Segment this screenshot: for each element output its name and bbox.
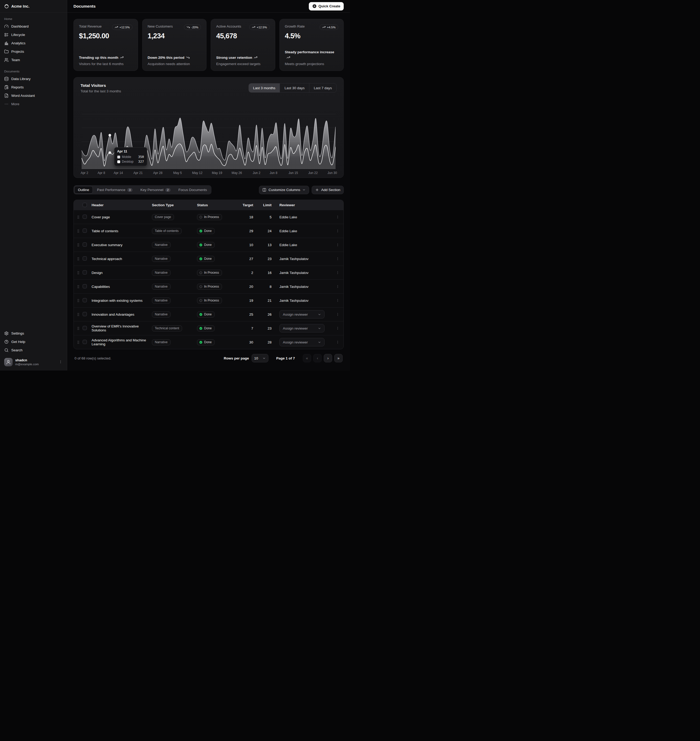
tab-past-performance[interactable]: Past Performance3 (93, 186, 136, 194)
table-row[interactable]: Overview of EMR's Innovative SolutionsTe… (74, 321, 343, 335)
drag-handle[interactable] (74, 215, 82, 219)
limit-cell[interactable]: 8 (254, 285, 273, 289)
row-header-cell[interactable]: Integration with existing systems (91, 298, 152, 303)
tab-focus-documents[interactable]: Focus Documents (175, 186, 211, 194)
quick-create-button[interactable]: Quick Create (309, 2, 344, 10)
table-row[interactable]: Executive summaryNarrativeDone1013Eddie … (74, 238, 343, 251)
drag-handle[interactable] (74, 285, 82, 289)
row-checkbox[interactable] (82, 298, 87, 302)
row-header-cell[interactable]: Cover page (91, 215, 152, 219)
table-row[interactable]: Technical approachNarrativeDone2723Jamik… (74, 251, 343, 266)
row-checkbox[interactable] (82, 215, 87, 219)
row-header-cell[interactable]: Table of contents (91, 229, 152, 233)
row-checkbox[interactable] (82, 256, 87, 260)
drag-handle[interactable] (74, 257, 82, 261)
row-actions-button[interactable] (332, 298, 343, 303)
table-row[interactable]: Advanced Algorithms and Machine Learning… (74, 335, 343, 349)
row-header-cell[interactable]: Advanced Algorithms and Machine Learning (91, 338, 152, 346)
area-chart[interactable]: Apr 11Mobile350Desktop327 (82, 113, 335, 169)
target-cell[interactable]: 19 (237, 298, 254, 303)
row-header-cell[interactable]: Design (91, 271, 152, 275)
limit-cell[interactable]: 13 (254, 243, 273, 247)
drag-handle[interactable] (74, 326, 82, 330)
row-actions-button[interactable] (332, 257, 343, 261)
table-row[interactable]: Cover pageCover pageIn Process185Eddie L… (74, 210, 343, 224)
assign-reviewer-select[interactable]: Assign reviewer (279, 310, 325, 319)
rows-per-page-select[interactable]: 10 (251, 354, 268, 362)
target-cell[interactable]: 20 (237, 285, 254, 289)
table-row[interactable]: Innovation and AdvantagesNarrativeDone25… (74, 307, 343, 321)
target-cell[interactable]: 18 (237, 215, 254, 219)
table-row[interactable]: CapabilitiesNarrativeIn Process208Jamik … (74, 279, 343, 293)
first-page-button[interactable]: « (303, 354, 311, 362)
row-actions-button[interactable] (332, 340, 343, 344)
drag-handle[interactable] (74, 271, 82, 275)
target-cell[interactable]: 29 (237, 229, 254, 233)
limit-cell[interactable]: 28 (254, 340, 273, 344)
assign-reviewer-select[interactable]: Assign reviewer (279, 324, 325, 332)
range-last-3-months[interactable]: Last 3 months (249, 84, 280, 93)
drag-handle[interactable] (74, 313, 82, 316)
row-actions-button[interactable] (332, 312, 343, 316)
sidebar-item-analytics[interactable]: Analytics (2, 39, 65, 47)
limit-cell[interactable]: 26 (254, 313, 273, 316)
sidebar-item-reports[interactable]: Reports (2, 83, 65, 91)
target-cell[interactable]: 10 (237, 243, 254, 247)
row-header-cell[interactable]: Executive summary (91, 243, 152, 247)
limit-cell[interactable]: 23 (254, 257, 273, 261)
last-page-button[interactable]: » (334, 354, 343, 362)
row-actions-button[interactable] (332, 271, 343, 275)
row-checkbox[interactable] (82, 270, 87, 275)
next-page-button[interactable]: › (324, 354, 332, 362)
sidebar-item-dashboard[interactable]: Dashboard (2, 22, 65, 31)
drag-handle[interactable] (74, 243, 82, 247)
range-last-7-days[interactable]: Last 7 days (309, 84, 336, 93)
row-header-cell[interactable]: Technical approach (91, 257, 152, 261)
select-all-checkbox[interactable] (82, 203, 87, 207)
target-cell[interactable]: 30 (237, 340, 254, 344)
row-actions-button[interactable] (332, 284, 343, 289)
assign-reviewer-select[interactable]: Assign reviewer (279, 338, 325, 346)
limit-cell[interactable]: 16 (254, 271, 273, 275)
row-header-cell[interactable]: Capabilities (91, 285, 152, 289)
customize-columns-button[interactable]: Customize Columns (259, 186, 309, 194)
row-actions-button[interactable] (332, 243, 343, 247)
row-actions-button[interactable] (332, 229, 343, 233)
target-cell[interactable]: 2 (237, 271, 254, 275)
table-row[interactable]: Table of contentsTable of contentsDone29… (74, 224, 343, 238)
row-header-cell[interactable]: Innovation and Advantages (91, 313, 152, 316)
prev-page-button[interactable]: ‹ (313, 354, 322, 362)
sidebar-item-projects[interactable]: Projects (2, 47, 65, 56)
range-last-30-days[interactable]: Last 30 days (280, 84, 309, 93)
tab-outline[interactable]: Outline (74, 186, 93, 194)
sidebar-item-data-library[interactable]: Data Library (2, 75, 65, 83)
row-checkbox[interactable] (82, 312, 87, 316)
sidebar-item-lifecycle[interactable]: Lifecycle (2, 31, 65, 39)
row-checkbox[interactable] (82, 284, 87, 288)
tab-key-personnel[interactable]: Key Personnel2 (137, 186, 174, 194)
user-menu[interactable]: shadcn m@example.com (2, 356, 65, 368)
sidebar-item-search[interactable]: Search (2, 346, 65, 354)
target-cell[interactable]: 25 (237, 313, 254, 316)
sidebar-item-team[interactable]: Team (2, 56, 65, 64)
sidebar-item-word-assistant[interactable]: Word Assistant (2, 91, 65, 100)
sidebar-item-settings[interactable]: Settings (2, 329, 65, 337)
sidebar-header[interactable]: Acme Inc. (0, 0, 67, 13)
row-checkbox[interactable] (82, 229, 87, 233)
limit-cell[interactable]: 5 (254, 215, 273, 219)
sidebar-item-more[interactable]: More (2, 100, 65, 108)
drag-handle[interactable] (74, 298, 82, 303)
row-checkbox[interactable] (82, 326, 87, 330)
limit-cell[interactable]: 23 (254, 326, 273, 330)
row-actions-button[interactable] (332, 215, 343, 219)
row-checkbox[interactable] (82, 243, 87, 247)
table-row[interactable]: DesignNarrativeIn Process216Jamik Tashpu… (74, 266, 343, 279)
limit-cell[interactable]: 24 (254, 229, 273, 233)
limit-cell[interactable]: 21 (254, 298, 273, 303)
row-header-cell[interactable]: Overview of EMR's Innovative Solutions (91, 324, 152, 332)
sidebar-item-get-help[interactable]: Get Help (2, 337, 65, 346)
drag-handle[interactable] (74, 340, 82, 344)
target-cell[interactable]: 7 (237, 326, 254, 330)
target-cell[interactable]: 27 (237, 257, 254, 261)
add-section-button[interactable]: Add Section (312, 186, 344, 194)
